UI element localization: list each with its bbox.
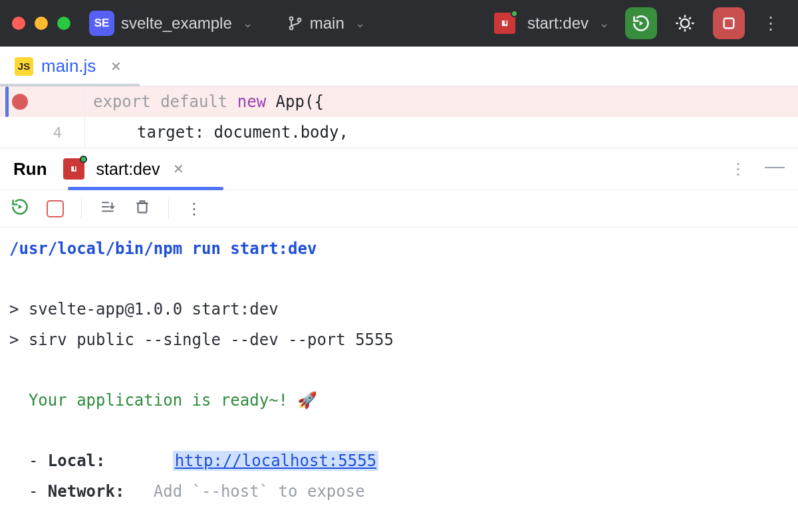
clear-all-icon[interactable]	[134, 198, 151, 219]
svg-point-0	[289, 17, 293, 21]
close-window[interactable]	[12, 17, 25, 30]
svg-rect-11	[138, 203, 147, 212]
chevron-down-icon[interactable]: ⌄	[595, 16, 613, 31]
code-line: 4 target: document.body,	[0, 117, 798, 148]
svg-point-2	[297, 19, 301, 22]
run-config-name[interactable]: start:dev	[527, 14, 589, 33]
run-tab[interactable]: start:dev ✕	[63, 158, 185, 180]
project-badge: SE	[89, 11, 114, 36]
minimize-window[interactable]	[35, 17, 48, 30]
close-tab-icon[interactable]: ✕	[173, 161, 184, 177]
project-name[interactable]: svelte_example	[121, 14, 232, 33]
console-line: > svelte-app@1.0.0 start:dev	[9, 295, 789, 325]
more-actions-icon[interactable]: ⋮	[186, 200, 202, 218]
svg-rect-7	[724, 19, 734, 29]
chevron-down-icon[interactable]: ⌄	[239, 16, 257, 31]
run-toolbar: ⋮	[0, 190, 798, 227]
chevron-down-icon[interactable]: ⌄	[351, 16, 369, 31]
js-file-icon: JS	[15, 57, 33, 76]
local-url-link[interactable]: http://localhost:5555	[173, 451, 378, 471]
scroll-to-end-icon[interactable]	[99, 198, 116, 219]
run-panel-header: Run start:dev ✕ ⋮ —	[0, 148, 798, 190]
rerun-icon[interactable]	[11, 198, 29, 220]
stop-icon[interactable]	[47, 200, 64, 217]
stop-button[interactable]	[713, 7, 745, 39]
minimize-panel-icon[interactable]: —	[765, 155, 785, 178]
svg-point-6	[681, 19, 690, 28]
console-line: Your application is ready~! 🚀	[9, 386, 789, 416]
branch-icon	[287, 15, 303, 31]
breakpoint-icon[interactable]	[12, 94, 28, 110]
svg-rect-5	[505, 21, 507, 25]
more-menu-icon[interactable]: ⋮	[755, 13, 786, 34]
debug-button[interactable]	[669, 7, 701, 39]
svg-rect-10	[74, 166, 75, 170]
console-line: Network: Add `--host` to expose	[9, 477, 789, 507]
svg-point-1	[289, 27, 293, 30]
editor-tabs: JS main.js ✕	[0, 47, 798, 86]
code-editor[interactable]: export default new App({ 4 target: docum…	[0, 86, 798, 148]
console-line: /usr/local/bin/npm run start:dev	[9, 234, 789, 265]
zoom-window[interactable]	[57, 17, 70, 30]
line-number: 4	[53, 124, 62, 141]
console-line: > sirv public --single --dev --port 5555	[9, 325, 789, 356]
npm-icon	[494, 13, 515, 34]
file-tab[interactable]: main.js	[41, 56, 96, 76]
run-tool-window-title[interactable]: Run	[13, 159, 47, 180]
rerun-button[interactable]	[625, 7, 657, 39]
git-branch[interactable]: main	[310, 14, 344, 33]
npm-icon	[63, 158, 84, 180]
code-line: export default new App({	[0, 86, 798, 117]
console-line: Local: http://localhost:5555	[9, 446, 789, 477]
close-tab-icon[interactable]: ✕	[110, 59, 122, 74]
title-bar: SE svelte_example ⌄ main ⌄ start:dev ⌄ ⋮	[0, 0, 798, 47]
window-controls	[12, 17, 70, 30]
run-console[interactable]: /usr/local/bin/npm run start:dev > svelt…	[0, 227, 798, 513]
panel-options-icon[interactable]: ⋮	[730, 160, 746, 178]
